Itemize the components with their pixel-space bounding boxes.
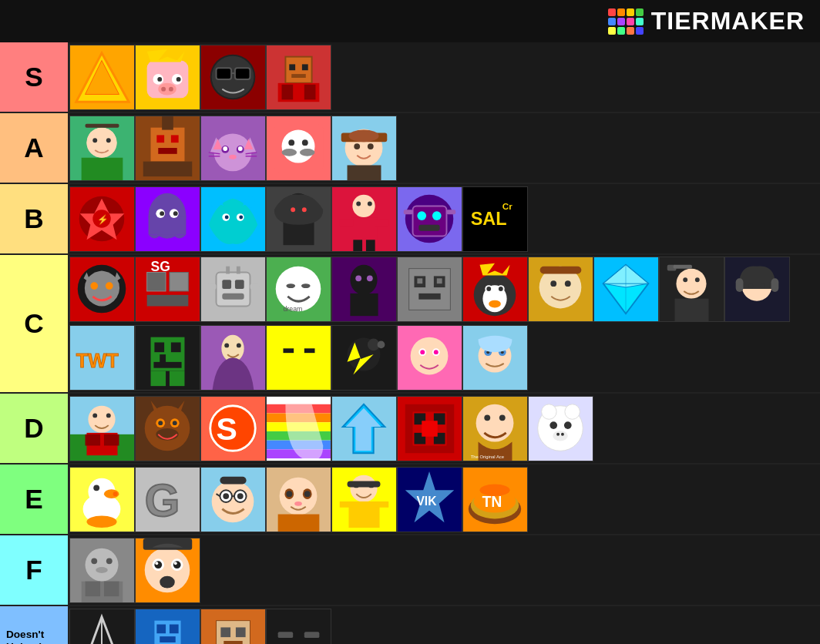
svg-rect-160 [736, 278, 744, 292]
tier-label-s: S [0, 42, 69, 112]
item-svg [660, 257, 724, 321]
item-svg [463, 257, 527, 321]
svg-rect-93 [418, 224, 439, 230]
tier-items-s [69, 42, 820, 112]
svg-point-272 [286, 491, 292, 497]
tier-label-a: A [0, 113, 69, 183]
svg-point-52 [288, 139, 294, 146]
tier-item [331, 186, 397, 252]
svg-point-79 [291, 207, 295, 212]
svg-text:⚡: ⚡ [97, 213, 109, 224]
tier-item [397, 186, 462, 252]
svg-point-80 [302, 207, 307, 212]
item-svg [136, 45, 200, 109]
item-svg [594, 257, 658, 321]
tier-item [135, 45, 200, 110]
svg-point-274 [294, 501, 302, 505]
tier-item [266, 186, 331, 252]
svg-rect-155 [675, 299, 709, 321]
tiermaker-logo: TiERMAKER [608, 7, 805, 35]
svg-point-27 [92, 138, 97, 143]
svg-point-189 [420, 350, 425, 354]
svg-point-253 [93, 485, 99, 491]
tier-row-d: D [0, 394, 820, 465]
logo-cell [627, 18, 634, 25]
tier-item [200, 116, 266, 181]
svg-marker-3 [147, 49, 185, 62]
logo-cell [636, 18, 644, 25]
tier-item [135, 609, 200, 645]
tier-items-c: SG [69, 255, 820, 392]
svg-rect-201 [86, 434, 101, 445]
item-svg [201, 468, 265, 532]
item-svg: SG [136, 257, 200, 321]
tier-item [593, 257, 659, 322]
svg-rect-14 [235, 68, 250, 79]
item-svg [267, 326, 331, 390]
tier-item [528, 396, 593, 461]
svg-rect-113 [222, 293, 244, 300]
item-svg [136, 187, 200, 251]
svg-rect-68 [149, 216, 187, 234]
tier-item [331, 257, 397, 322]
svg-rect-83 [340, 219, 354, 226]
svg-point-203 [92, 413, 97, 418]
svg-rect-132 [437, 278, 442, 283]
svg-rect-168 [154, 342, 164, 352]
tier-item [266, 609, 331, 645]
tier-item [331, 396, 397, 461]
tier-row-a: A [0, 113, 820, 184]
logo-cell [627, 8, 634, 16]
svg-point-120 [301, 283, 311, 288]
svg-rect-95 [446, 210, 455, 214]
item-svg [70, 116, 134, 180]
logo-cell [608, 8, 616, 16]
tier-item [135, 116, 200, 181]
svg-rect-131 [417, 278, 422, 283]
item-svg [398, 397, 462, 461]
svg-rect-202 [104, 434, 119, 445]
svg-point-54 [282, 148, 297, 156]
svg-point-28 [106, 138, 111, 143]
tier-label-e: E [0, 465, 69, 534]
svg-point-44 [238, 146, 243, 151]
svg-rect-318 [160, 636, 176, 642]
svg-rect-300 [104, 581, 119, 596]
item-svg [725, 257, 789, 321]
svg-point-119 [286, 283, 295, 288]
svg-rect-82 [351, 217, 377, 240]
tier-label-nu: Doesn't Upload [0, 606, 69, 644]
svg-point-75 [225, 215, 229, 219]
tier-item [266, 396, 331, 461]
svg-point-101 [90, 282, 98, 290]
logo-cell [608, 18, 616, 25]
item-svg [136, 538, 200, 602]
tier-item [200, 609, 266, 645]
tier-item [200, 325, 266, 391]
svg-rect-18 [289, 64, 295, 70]
svg-point-292 [479, 484, 509, 496]
tier-item [200, 467, 266, 532]
svg-rect-84 [375, 219, 389, 226]
svg-point-212 [173, 421, 177, 425]
item-svg [70, 609, 134, 645]
svg-rect-19 [302, 64, 308, 70]
svg-rect-85 [353, 240, 362, 251]
item-svg [398, 326, 462, 390]
tier-item [266, 467, 331, 532]
svg-point-88 [368, 201, 372, 206]
tier-item [200, 257, 266, 322]
tier-item [266, 325, 331, 391]
svg-text:SAL: SAL [471, 208, 507, 228]
tier-items-a [69, 113, 820, 183]
logo-cell [617, 27, 625, 35]
svg-point-55 [300, 148, 315, 156]
tier-items-f [69, 535, 820, 605]
svg-rect-282 [375, 501, 389, 507]
svg-rect-90 [413, 206, 447, 236]
svg-text:TWT: TWT [76, 350, 119, 371]
item-svg [201, 187, 265, 251]
item-svg: SAL Cr [463, 187, 527, 251]
logo-grid [608, 8, 644, 35]
item-svg [267, 45, 331, 109]
